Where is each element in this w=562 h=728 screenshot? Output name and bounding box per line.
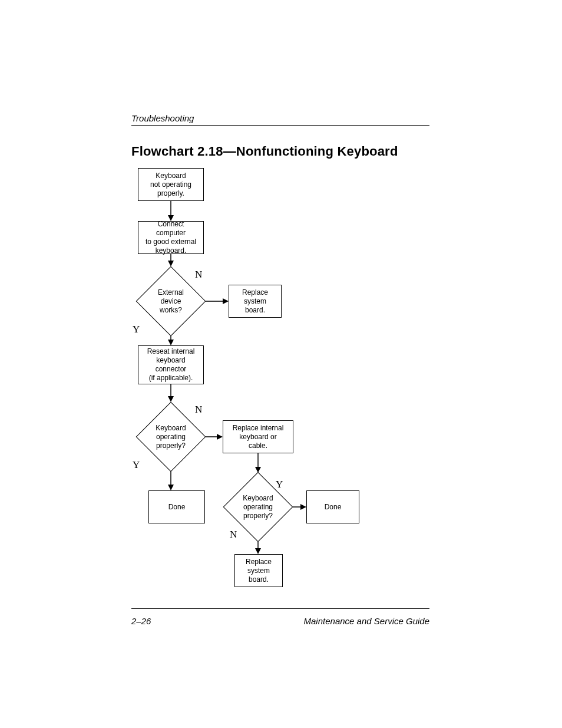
page-title: Flowchart 2.18—Nonfunctioning Keyboard — [131, 144, 398, 159]
edge-label-y: Y — [276, 479, 283, 490]
running-header: Troubleshooting — [131, 113, 194, 123]
node-replace-system-board-2: Replacesystemboard. — [234, 554, 283, 587]
node-connect-external: Connect computerto good externalkeyboard… — [138, 221, 204, 254]
edge-label-y: Y — [133, 459, 140, 471]
footer-guide-title: Maintenance and Service Guide — [304, 616, 429, 626]
node-replace-system-board-1: Replacesystemboard. — [229, 285, 282, 318]
edge-label-n: N — [230, 529, 237, 541]
edge-label-n: N — [195, 404, 202, 416]
node-start: Keyboardnot operatingproperly. — [138, 168, 204, 201]
node-reseat-connector: Reseat internalkeyboardconnector(if appl… — [138, 345, 204, 384]
node-done-1: Done — [148, 490, 205, 523]
edge-label-y: Y — [133, 324, 140, 335]
header-rule — [131, 125, 429, 126]
decision-label: Keyboardoperatingproperly? — [146, 412, 196, 462]
flow-connectors — [0, 0, 562, 728]
node-done-2: Done — [306, 490, 359, 523]
edge-label-n: N — [195, 269, 202, 281]
page: Troubleshooting Flowchart 2.18—Nonfuncti… — [0, 0, 562, 728]
footer-rule — [131, 608, 429, 609]
node-replace-keyboard: Replace internalkeyboard orcable. — [223, 420, 293, 453]
decision-label: Externaldeviceworks? — [146, 276, 196, 326]
page-number: 2–26 — [131, 616, 151, 626]
decision-keyboard-operating-1: Keyboardoperatingproperly? — [146, 412, 196, 462]
decision-external-works: Externaldeviceworks? — [146, 276, 196, 326]
